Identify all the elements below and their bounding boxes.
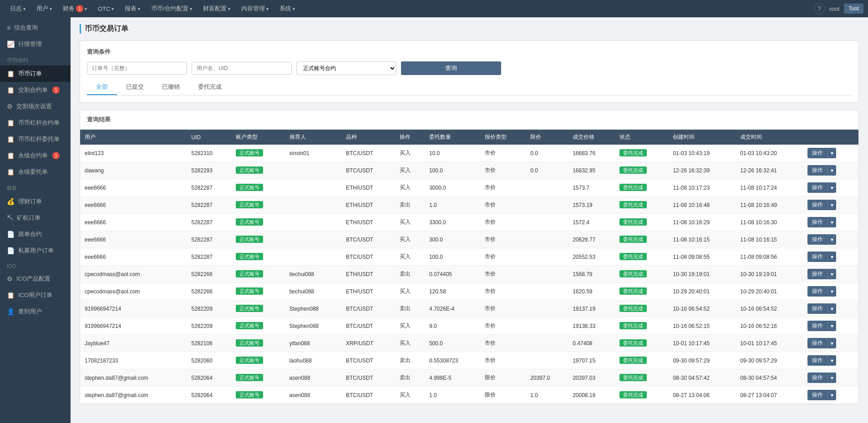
action-button[interactable]: 操作 (807, 269, 827, 279)
nav-finance[interactable]: 财务 1 ▾ (57, 0, 92, 17)
action-group: 操作▾ (807, 165, 854, 176)
account-type-cell: 正式账号 (231, 335, 284, 352)
sidebar-item-delivery-contract[interactable]: 📋 交割合约单 1 (0, 82, 71, 98)
action-dropdown-button[interactable]: ▾ (827, 252, 836, 262)
action-button[interactable]: 操作 (807, 286, 827, 297)
action-dropdown-button[interactable]: ▾ (827, 286, 836, 297)
action-dropdown-button[interactable]: ▾ (827, 355, 836, 366)
tab-submitted[interactable]: 已提交 (117, 80, 153, 95)
table-cell: 5282064 (187, 387, 231, 404)
account-type-badge: 正式账号 (236, 322, 263, 329)
action-button[interactable]: 操作 (807, 321, 827, 331)
miner-icon: ⛏ (7, 214, 13, 222)
sidebar-item-perpetual-contract[interactable]: 📋 永续合约单 1 (0, 147, 71, 164)
table-cell: eee6666 (80, 214, 187, 231)
action-button[interactable]: 操作 (807, 217, 827, 227)
sidebar-item-perpetual-entrust[interactable]: 📋 永续委托单 (0, 164, 71, 180)
action-button[interactable]: 操作 (807, 355, 827, 366)
nav-finance-badge: 1 (76, 5, 83, 12)
sidebar-item-financial-label: 理财订单 (18, 197, 42, 206)
action-dropdown-button[interactable]: ▾ (827, 390, 836, 400)
search-button[interactable]: 查询 (401, 61, 501, 75)
action-button[interactable]: 操作 (807, 338, 827, 348)
ico-orders-icon: 📋 (7, 292, 15, 299)
page-title: 币币交易订单 (80, 24, 859, 34)
action-button[interactable]: 操作 (807, 200, 827, 210)
nav-reports[interactable]: 报表 ▾ (119, 0, 146, 17)
nav-wealth-config[interactable]: 财富配置 ▾ (198, 0, 236, 17)
nav-content[interactable]: 内容管理 ▾ (236, 0, 274, 17)
action-button[interactable]: 操作 (807, 165, 827, 176)
nav-logs-label: 日志 (10, 5, 22, 13)
action-dropdown-button[interactable]: ▾ (827, 217, 836, 227)
action-button[interactable]: 操作 (807, 182, 827, 193)
table-cell: 12-26 16:32:39 (668, 162, 736, 179)
action-dropdown-button[interactable]: ▾ (827, 303, 836, 314)
action-button[interactable]: 操作 (807, 148, 827, 158)
table-cell: 10-30 19:19:01 (736, 266, 803, 283)
action-button[interactable]: 操作 (807, 373, 827, 383)
nav-coin-config[interactable]: 币币/合约配置 ▾ (146, 0, 198, 17)
action-dropdown-button[interactable]: ▾ (827, 373, 836, 383)
nav-wealth-config-label: 财富配置 (203, 5, 227, 13)
table-cell: 20397.03 (568, 369, 615, 387)
table-row: eee66665282287正式账号ETH/USDT买入3300.0市价1572… (80, 214, 858, 231)
nav-system[interactable]: 系统 ▾ (274, 0, 300, 17)
table-cell: 1.0 (526, 387, 568, 404)
table-cell: BTC/USDT (341, 387, 395, 404)
sidebar-item-overview[interactable]: ≡ 综合查询 (0, 20, 71, 36)
table-cell: 买入 (395, 179, 425, 196)
action-dropdown-button[interactable]: ▾ (827, 338, 836, 348)
nav-logs[interactable]: 日志 ▾ (5, 0, 31, 17)
action-group: 操作▾ (807, 217, 854, 227)
nav-users[interactable]: 用户 ▾ (31, 0, 57, 17)
nav-logs-arrow: ▾ (23, 6, 25, 11)
sidebar-item-ico-orders[interactable]: 📋 ICO用户订单 (0, 287, 71, 303)
action-dropdown-button[interactable]: ▾ (827, 165, 836, 176)
sidebar-item-ico-config[interactable]: ⚙ ICO产品配置 (0, 271, 71, 287)
status-badge: 委托完成 (619, 166, 647, 174)
order-number-input[interactable] (87, 62, 187, 75)
action-dropdown-button[interactable]: ▾ (827, 234, 836, 245)
account-type-badge: 正式账号 (236, 166, 263, 174)
table-cell: 1.0 (425, 387, 480, 404)
account-type-cell: 正式账号 (231, 317, 284, 335)
table-cell: 买入 (395, 162, 425, 179)
action-dropdown-button[interactable]: ▾ (827, 200, 836, 210)
table-cell: 19137.19 (568, 300, 615, 317)
table-cell: BTC/USDT (341, 300, 395, 317)
sidebar-item-miner-orders[interactable]: ⛏ 矿机订单 (0, 210, 71, 226)
table-cell: 11-08 09:08:55 (668, 248, 736, 266)
sidebar-item-private-orders[interactable]: 📄 私募用户订单 (0, 242, 71, 259)
action-button[interactable]: 操作 (807, 390, 827, 400)
action-cell: 操作▾ (803, 162, 858, 179)
sidebar-item-delivery-settings[interactable]: ⚙ 交割场次设置 (0, 98, 71, 115)
tab-completed[interactable]: 委托完成 (189, 80, 231, 95)
nav-otc[interactable]: OTC ▾ (92, 0, 119, 17)
sidebar-item-copy-trade[interactable]: 📄 跟单合约 (0, 226, 71, 242)
tab-all[interactable]: 全部 (87, 80, 117, 95)
action-button[interactable]: 操作 (807, 252, 827, 262)
sidebar-item-financial-orders[interactable]: 💰 理财订单 (0, 193, 71, 210)
action-group: 操作▾ (807, 269, 854, 279)
sidebar-item-coin-orders[interactable]: 📋 币币订单 (0, 65, 71, 82)
action-dropdown-button[interactable]: ▾ (827, 269, 836, 279)
action-dropdown-button[interactable]: ▾ (827, 321, 836, 331)
toot-button[interactable]: Toot (844, 4, 863, 14)
table-cell: tiechui088 (285, 266, 341, 283)
action-button[interactable]: 操作 (807, 234, 827, 245)
sidebar-item-leverage-contract[interactable]: 📋 币币杠杆合约单 (0, 115, 71, 131)
sidebar-item-market[interactable]: 📈 行情管理 (0, 36, 71, 52)
action-button[interactable]: 操作 (807, 303, 827, 314)
table-cell: 4.7026E-4 (425, 300, 480, 317)
sidebar-item-signin-users[interactable]: 👤 签到用户 (0, 303, 71, 320)
user-input[interactable] (192, 62, 292, 75)
table-cell: 5282266 (187, 283, 231, 300)
tab-cancelled[interactable]: 已撤销 (153, 80, 189, 95)
sidebar-item-leverage-entrust[interactable]: 📋 币币杠杆委托单 (0, 131, 71, 147)
action-dropdown-button[interactable]: ▾ (827, 148, 836, 158)
account-type-select[interactable]: 正式账号合约 测试账号合约 全部 (296, 61, 396, 75)
action-dropdown-button[interactable]: ▾ (827, 182, 836, 193)
action-group: 操作▾ (807, 286, 854, 297)
table-cell: 0.0 (526, 162, 568, 179)
